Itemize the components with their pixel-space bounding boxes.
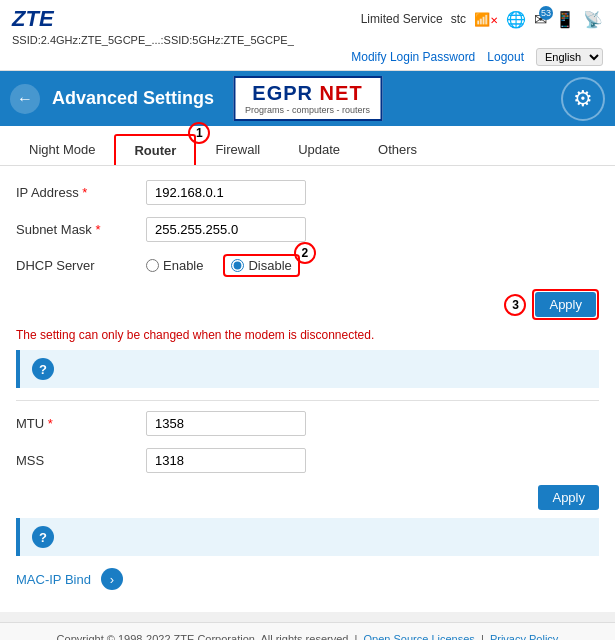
zte-logo: ZTE — [12, 6, 54, 32]
globe-icon: 🌐 — [506, 10, 526, 29]
warning-text: The setting can only be changed when the… — [16, 328, 599, 342]
footer: Copyright © 1998-2022 ZTE Corporation. A… — [0, 622, 615, 640]
wifi-icon: 📡 — [583, 10, 603, 29]
tab-router[interactable]: Router — [114, 134, 196, 165]
egpr-logo-banner: EGPR NET Programs - computers - routers — [233, 76, 382, 121]
mtu-label: MTU * — [16, 416, 146, 431]
modify-password-link[interactable]: Modify Login Password — [351, 50, 475, 64]
message-icon: ✉ 53 — [534, 10, 547, 29]
back-button[interactable]: ← — [10, 84, 40, 114]
help-icon-1[interactable]: ? — [32, 358, 54, 380]
signal-icon: 📶✕ — [474, 12, 498, 27]
apply-button-1[interactable]: Apply — [535, 292, 596, 317]
mtu-row: MTU * — [16, 411, 599, 436]
dhcp-enable-label: Enable — [163, 258, 203, 273]
dhcp-disable-label: Disable — [248, 258, 291, 273]
open-source-link[interactable]: Open Source Licenses — [364, 633, 475, 640]
subnet-mask-row: Subnet Mask * — [16, 217, 599, 242]
mss-row: MSS — [16, 448, 599, 473]
dhcp-disable-radio[interactable] — [231, 259, 244, 272]
ip-address-row: IP Address * — [16, 180, 599, 205]
mac-ip-arrow-button[interactable]: › — [101, 568, 123, 590]
stc-label: stc — [451, 12, 466, 26]
dhcp-disable-option[interactable]: Disable 2 — [223, 254, 299, 277]
tab-router-wrap: Router 1 — [114, 134, 196, 165]
tab-night-mode[interactable]: Night Mode — [10, 134, 114, 165]
dhcp-enable-radio[interactable] — [146, 259, 159, 272]
egpr-logo-text: EGPR NET — [245, 82, 370, 105]
tab-others[interactable]: Others — [359, 134, 436, 165]
egpr-logo-sub: Programs - computers - routers — [245, 105, 370, 115]
info-section-1: ? — [16, 350, 599, 388]
nav-bar: ← Advanced Settings EGPR NET Programs - … — [0, 71, 615, 126]
mss-input[interactable] — [146, 448, 306, 473]
header-links: Modify Login Password Logout English — [12, 48, 603, 66]
language-select[interactable]: English — [536, 48, 603, 66]
annotation-3: 3 — [504, 294, 526, 316]
tab-firewall[interactable]: Firewall — [196, 134, 279, 165]
ip-address-input[interactable] — [146, 180, 306, 205]
phone-icon: 📱 — [555, 10, 575, 29]
annotation-2: 2 — [294, 242, 316, 264]
divider-1 — [16, 400, 599, 401]
tabs-bar: Night Mode Router 1 Firewall Update Othe… — [0, 126, 615, 166]
apply-button-row-2: Apply — [16, 485, 599, 510]
mac-ip-label[interactable]: MAC-IP Bind — [16, 572, 91, 587]
header: ZTE Limited Service stc 📶✕ 🌐 ✉ 53 📱 📡 SS… — [0, 0, 615, 71]
subnet-mask-input[interactable] — [146, 217, 306, 242]
mss-label: MSS — [16, 453, 146, 468]
privacy-policy-link[interactable]: Privacy Policy — [490, 633, 558, 640]
main-content: IP Address * Subnet Mask * DHCP Server E… — [0, 166, 615, 612]
footer-copyright: Copyright © 1998-2022 ZTE Corporation. A… — [57, 633, 349, 640]
apply-button-2[interactable]: Apply — [538, 485, 599, 510]
settings-gear-button[interactable]: ⚙ — [561, 77, 605, 121]
service-label: Limited Service — [361, 12, 443, 26]
dhcp-server-label: DHCP Server — [16, 258, 146, 273]
mtu-required-star: * — [48, 416, 53, 431]
subnet-required-star: * — [96, 222, 101, 237]
ip-address-label: IP Address * — [16, 185, 146, 200]
mtu-input[interactable] — [146, 411, 306, 436]
ssid-label: SSID:2.4GHz:ZTE_5GCPE_...:SSID:5GHz:ZTE_… — [12, 34, 603, 46]
subnet-mask-label: Subnet Mask * — [16, 222, 146, 237]
tab-update[interactable]: Update — [279, 134, 359, 165]
apply-button-row-1: 3 Apply — [16, 289, 599, 320]
dhcp-server-row: DHCP Server Enable Disable 2 — [16, 254, 599, 277]
dhcp-radio-group: Enable Disable 2 — [146, 254, 300, 277]
logout-link[interactable]: Logout — [487, 50, 524, 64]
dhcp-enable-option[interactable]: Enable — [146, 258, 203, 273]
info-section-2: ? — [16, 518, 599, 556]
apply-button-ring: Apply — [532, 289, 599, 320]
page-title: Advanced Settings — [52, 88, 214, 109]
mac-ip-row: MAC-IP Bind › — [16, 568, 599, 590]
gear-icon: ⚙ — [573, 86, 593, 112]
header-status-area: Limited Service stc 📶✕ 🌐 ✉ 53 📱 📡 — [361, 10, 603, 29]
help-icon-2[interactable]: ? — [32, 526, 54, 548]
ip-required-star: * — [82, 185, 87, 200]
